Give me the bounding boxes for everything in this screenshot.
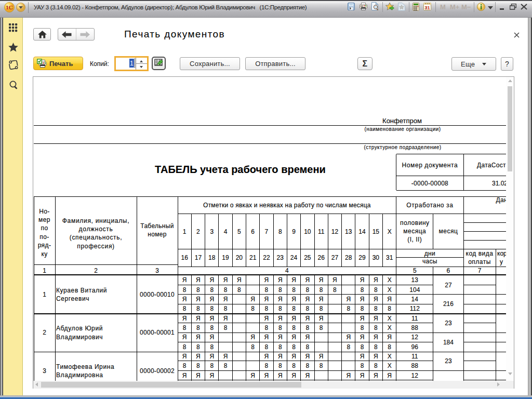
svg-text:8: 8	[210, 324, 214, 331]
svg-text:Я: Я	[278, 296, 283, 303]
svg-text:Я: Я	[291, 334, 296, 341]
svg-text:дни: дни	[424, 250, 435, 257]
svg-text:по: по	[41, 224, 48, 232]
svg-text:10: 10	[304, 228, 311, 235]
svg-text:должность: должность	[79, 225, 113, 233]
svg-text:96: 96	[411, 343, 419, 351]
svg-text:кор: кор	[497, 250, 506, 257]
svg-text:Отметки о явках и неявках на р: Отметки о явках и неявках на работу по ч…	[203, 202, 371, 209]
svg-text:1: 1	[43, 291, 46, 298]
svg-text:104: 104	[409, 286, 420, 294]
svg-text:8: 8	[224, 362, 228, 369]
svg-text:Я: Я	[196, 276, 201, 284]
svg-text:Я: Я	[374, 276, 378, 284]
svg-text:8: 8	[292, 343, 296, 351]
svg-text:23: 23	[277, 254, 284, 261]
svg-text:Я: Я	[360, 372, 365, 379]
svg-text:Табельный: Табельный	[140, 222, 174, 230]
svg-text:8: 8	[224, 305, 228, 312]
svg-text:Я: Я	[374, 334, 378, 341]
svg-text:3: 3	[43, 367, 46, 375]
svg-text:20: 20	[236, 254, 243, 261]
svg-text:8: 8	[388, 343, 391, 351]
svg-text:8: 8	[320, 286, 323, 294]
svg-text:8: 8	[278, 362, 282, 369]
svg-text:Я: Я	[250, 372, 255, 379]
svg-text:Данн: Данн	[496, 196, 507, 204]
svg-text:23: 23	[445, 320, 452, 327]
svg-text:Я: Я	[264, 315, 269, 322]
svg-text:4: 4	[224, 228, 228, 235]
svg-text:88: 88	[411, 362, 419, 369]
svg-text:Я: Я	[374, 353, 378, 360]
svg-text:X: X	[388, 362, 392, 369]
svg-text:Я: Я	[182, 276, 187, 284]
svg-text:(структурное подразделение): (структурное подразделение)	[364, 144, 442, 150]
svg-text:17: 17	[195, 254, 202, 261]
svg-text:31: 31	[386, 254, 393, 261]
svg-text:8: 8	[292, 305, 296, 312]
svg-text:7: 7	[478, 267, 482, 274]
svg-text:8: 8	[210, 286, 214, 294]
svg-text:19: 19	[222, 254, 229, 261]
svg-text:Я: Я	[346, 372, 351, 379]
svg-text:(наименование организации): (наименование организации)	[364, 126, 441, 132]
svg-text:184: 184	[443, 339, 454, 346]
svg-text:8: 8	[196, 343, 200, 351]
svg-text:0000-00010: 0000-00010	[140, 291, 175, 298]
svg-text:Я: Я	[182, 353, 187, 360]
svg-text:половину: половину	[400, 219, 429, 227]
svg-text:8: 8	[374, 324, 378, 331]
svg-text:месяц: месяц	[439, 228, 458, 235]
svg-text:8: 8	[278, 305, 282, 312]
svg-text:Я: Я	[319, 353, 324, 360]
svg-text:13: 13	[345, 228, 352, 235]
svg-text:Я: Я	[278, 276, 283, 284]
svg-text:часы: часы	[422, 258, 437, 265]
svg-text:8: 8	[237, 286, 241, 294]
svg-text:Я: Я	[360, 334, 365, 341]
svg-text:3: 3	[155, 267, 159, 274]
svg-text:8: 8	[278, 343, 282, 351]
svg-text:Фамилия, инициалы,: Фамилия, инициалы,	[62, 217, 129, 224]
svg-text:12: 12	[411, 334, 419, 341]
svg-text:8: 8	[210, 362, 214, 369]
svg-text:12: 12	[411, 372, 419, 379]
svg-text:8: 8	[210, 305, 214, 312]
svg-text:8: 8	[306, 286, 310, 294]
svg-text:Я: Я	[346, 296, 351, 303]
svg-text:Я: Я	[209, 353, 214, 360]
svg-text:Я: Я	[223, 296, 228, 303]
svg-text:X: X	[388, 324, 392, 331]
svg-text:8: 8	[265, 305, 269, 312]
svg-text:Я: Я	[305, 315, 310, 322]
svg-text:8: 8	[183, 305, 187, 312]
svg-text:Владимирович: Владимирович	[56, 334, 103, 341]
svg-text:Я: Я	[196, 372, 201, 379]
svg-text:X: X	[388, 276, 392, 284]
svg-text:27: 27	[445, 282, 452, 289]
svg-text:Номер документа: Номер документа	[402, 162, 458, 169]
svg-text:8: 8	[183, 362, 187, 369]
svg-text:14: 14	[411, 296, 419, 303]
svg-text:оплаты: оплаты	[468, 258, 491, 265]
svg-text:мер: мер	[38, 216, 50, 223]
svg-text:11: 11	[411, 353, 418, 360]
svg-text:Я: Я	[291, 276, 296, 284]
svg-text:8: 8	[361, 324, 364, 331]
svg-text:24: 24	[290, 254, 298, 261]
svg-text:8: 8	[292, 324, 296, 331]
svg-text:8: 8	[265, 286, 269, 294]
svg-text:23: 23	[445, 357, 452, 365]
svg-text:0000-00001: 0000-00001	[140, 329, 175, 336]
svg-text:Я: Я	[305, 334, 310, 341]
svg-text:8: 8	[196, 362, 200, 369]
svg-text:8: 8	[320, 324, 323, 331]
svg-text:15: 15	[373, 228, 380, 235]
svg-text:Я: Я	[196, 334, 201, 341]
svg-text:Я: Я	[250, 296, 255, 303]
svg-text:Я: Я	[305, 353, 310, 360]
svg-text:8: 8	[265, 343, 269, 351]
svg-text:Отработано за: Отработано за	[406, 202, 453, 209]
svg-text:Я: Я	[305, 372, 310, 379]
